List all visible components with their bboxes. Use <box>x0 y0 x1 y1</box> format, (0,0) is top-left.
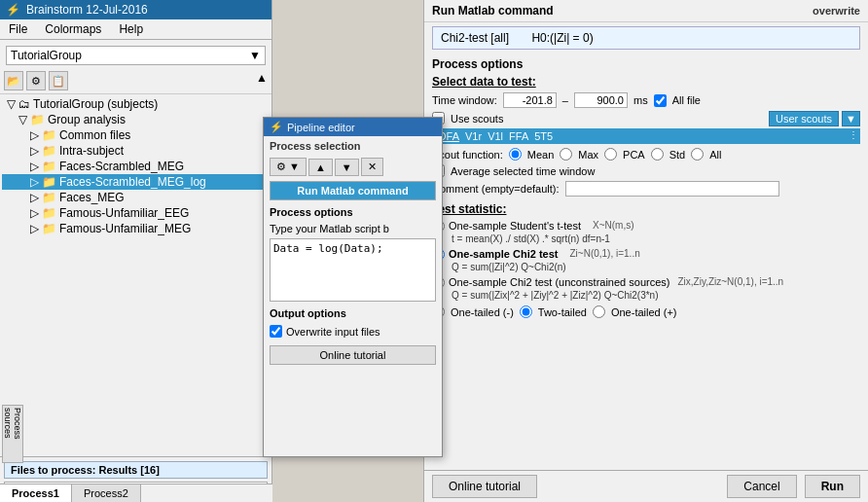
student-formula2: t = mean(X) ./ std(X) .* sqrt(n) df=n-1 <box>452 233 860 244</box>
app-title: Brainstorm 12-Jul-2016 <box>26 3 148 17</box>
copy-btn[interactable]: 📋 <box>49 71 68 90</box>
collapse-btn[interactable]: ▲ <box>256 71 268 90</box>
tree-faces-scrambled-meg-log[interactable]: ▷ 📁 Faces-Scrambled_MEG_log <box>2 174 270 190</box>
comment-input[interactable] <box>565 181 779 197</box>
menu-file[interactable]: File <box>6 21 30 37</box>
time-window-row: Time window: – ms All file <box>424 90 868 110</box>
app-icon: ⚡ <box>6 3 20 17</box>
tree-famous-unfamiliar-eeg[interactable]: ▷ 📁 Famous-Unfamiliar_EEG <box>2 205 270 221</box>
select-data-title: Select data to test: <box>424 73 868 90</box>
all-file-label: All file <box>672 94 701 106</box>
left-toolbar: 📂 ⚙ 📋 ▲ <box>0 68 271 94</box>
bottom-tabs: Process1 Process2 <box>0 484 272 502</box>
script-area[interactable]: Data = log(Data); <box>270 238 436 302</box>
cancel-btn[interactable]: Cancel <box>727 475 796 498</box>
chi2-unconstrained-formula2: Q = sum(|Zix|^2 + |Ziy|^2 + |Ziz|^2) Q~C… <box>452 290 860 301</box>
overwrite-checkbox[interactable] <box>270 325 282 338</box>
process-options-title: Process options <box>424 54 868 73</box>
left-panel: ⚡ Brainstorm 12-Jul-2016 File Colormaps … <box>0 0 272 502</box>
comment-label: Comment (empty=default): <box>432 183 560 195</box>
scout-std-radio[interactable] <box>651 148 664 161</box>
one-tailed-neg-label: One-tailed (-) <box>451 306 514 318</box>
use-scouts-label: Use scouts <box>451 113 503 125</box>
avg-time-label: Average selected time window <box>451 165 595 177</box>
pipeline-delete-btn[interactable]: ✕ <box>361 158 383 176</box>
pipeline-title: ⚡ Pipeline editor <box>264 118 442 136</box>
command-formula: H0:(|Zi| = 0) <box>531 31 593 45</box>
pipeline-editor: ⚡ Pipeline editor Process selection ⚙ ▼ … <box>263 117 443 457</box>
menu-help[interactable]: Help <box>116 21 146 37</box>
run-btn[interactable]: Run <box>805 475 860 498</box>
pipeline-online-tutorial-btn[interactable]: Online tutorial <box>270 345 436 365</box>
scout-mean-label: Mean <box>527 149 555 161</box>
all-file-checkbox[interactable] <box>654 94 667 107</box>
time-to-input[interactable] <box>574 92 628 108</box>
overwrite-label: Overwrite input files <box>286 326 380 338</box>
region-v1l[interactable]: V1l <box>488 130 503 142</box>
scouts-dropdown-arrow[interactable]: ▼ <box>842 111 860 126</box>
online-tutorial-btn[interactable]: Online tutorial <box>432 475 537 498</box>
pipeline-toolbar: ⚙ ▼ ▲ ▼ ✕ <box>264 156 442 178</box>
tree-faces-meg[interactable]: ▷ 📁 Faces_MEG <box>2 190 270 205</box>
scout-all-label: All <box>709 149 721 161</box>
chi2-unconstrained-formula1: Zix,Ziy,Ziz~N(0,1), i=1..n <box>677 276 783 287</box>
two-tailed-radio[interactable] <box>520 305 532 318</box>
action-buttons: Cancel Run <box>727 475 860 498</box>
add-group-btn[interactable]: 📂 <box>4 71 23 90</box>
time-from-input[interactable] <box>503 92 557 108</box>
use-scouts-row: Use scouts User scouts ▼ <box>424 110 868 126</box>
scout-std-label: Std <box>669 149 686 161</box>
pipeline-title-label: Pipeline editor <box>287 122 355 133</box>
tree-common-files[interactable]: ▷ 📁 Common files <box>2 127 270 143</box>
region-5t5[interactable]: 5T5 <box>534 130 553 142</box>
region-ffa[interactable]: FFA <box>509 130 528 142</box>
chi2-unconstrained-label: One-sample Chi2 test (unconstrained sour… <box>449 276 669 288</box>
right-title: Run Matlab command overwrite <box>424 0 868 22</box>
script-prompt-label: Type your Matlab script b <box>264 221 442 236</box>
tree-faces-scrambled-meg[interactable]: ▷ 📁 Faces-Scrambled_MEG <box>2 159 270 174</box>
one-tailed-pos-label: One-tailed (+) <box>611 306 677 318</box>
scout-mean-radio[interactable] <box>509 148 522 161</box>
process-sources-btn[interactable]: Process sources <box>2 405 23 463</box>
file-tree: ▽ 🗂 TutorialGroup (subjects) ▽ 📁 Group a… <box>0 94 271 456</box>
tree-root[interactable]: ▽ 🗂 TutorialGroup (subjects) <box>2 96 270 112</box>
tree-group-analysis[interactable]: ▽ 📁 Group analysis <box>2 112 270 127</box>
tab-process1[interactable]: Process1 <box>0 484 72 502</box>
command-label: Chi2-test [all] <box>441 31 509 45</box>
output-options-label: Output options <box>264 304 442 323</box>
group-selector[interactable]: TutorialGroup ▼ <box>6 46 266 65</box>
avg-time-window-row: Average selected time window <box>424 162 868 179</box>
pipeline-up-btn[interactable]: ▲ <box>308 159 333 176</box>
overwrite-row: Overwrite input files <box>264 323 442 340</box>
menu-bar: File Colormaps Help <box>0 19 271 40</box>
scout-all-radio[interactable] <box>691 148 704 161</box>
process-selection-label: Process selection <box>264 136 442 156</box>
chi2-label: One-sample Chi2 test <box>449 248 558 260</box>
tree-famous-unfamiliar-meg[interactable]: ▷ 📁 Famous-Unfamiliar_MEG <box>2 221 270 236</box>
pipeline-down-btn[interactable]: ▼ <box>335 159 359 176</box>
region-bar: OFA V1r V1l FFA 5T5 ⋮ <box>432 128 860 144</box>
right-panel: Run Matlab command overwrite Chi2-test [… <box>423 0 868 502</box>
two-tailed-label: Two-tailed <box>538 306 587 318</box>
scout-max-label: Max <box>578 149 598 161</box>
scout-pca-label: PCA <box>623 149 645 161</box>
pipeline-settings-btn[interactable]: ⚙ ▼ <box>270 158 307 176</box>
scout-function-row: Scout function: Mean Max PCA Std All <box>424 146 868 162</box>
region-scroll-btn[interactable]: ⋮ <box>849 129 858 140</box>
tab-process2[interactable]: Process2 <box>72 484 141 502</box>
comment-row: Comment (empty=default): <box>424 179 868 198</box>
chi2-formula1: Zi~N(0,1), i=1..n <box>569 248 639 259</box>
menu-colormaps[interactable]: Colormaps <box>42 21 104 37</box>
region-v1r[interactable]: V1r <box>465 130 482 142</box>
scout-max-radio[interactable] <box>560 148 572 161</box>
settings-btn[interactable]: ⚙ <box>26 71 46 90</box>
user-scouts-dropdown[interactable]: User scouts ▼ <box>769 113 860 125</box>
chi2-test-option: One-sample Chi2 test Zi~N(0,1), i=1..n Q… <box>424 246 868 274</box>
side-icons: Process sources <box>2 405 23 463</box>
pipeline-icon: ⚡ <box>270 121 283 133</box>
chi2-unconstrained-test-option: One-sample Chi2 test (unconstrained sour… <box>424 274 868 303</box>
run-matlab-btn[interactable]: Run Matlab command <box>270 181 436 200</box>
one-tailed-pos-radio[interactable] <box>593 305 605 318</box>
tree-intra-subject[interactable]: ▷ 📁 Intra-subject <box>2 143 270 159</box>
scout-pca-radio[interactable] <box>604 148 617 161</box>
